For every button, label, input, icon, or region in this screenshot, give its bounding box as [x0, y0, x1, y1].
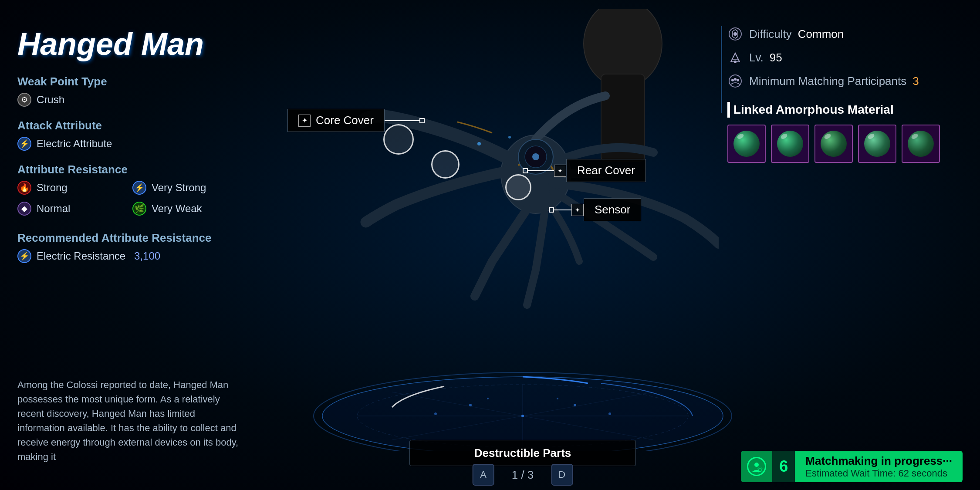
next-button[interactable]: D [551, 464, 573, 486]
boss-title: Hanged Man [17, 26, 244, 62]
difficulty-label: Difficulty [749, 27, 792, 41]
attack-attribute-section: Attack Attribute ⚡ Electric Attribute [17, 119, 244, 151]
resistance-normal: ◆ Normal [17, 202, 129, 216]
recommended-section: Recommended Attribute Resistance ⚡ Elect… [17, 231, 244, 263]
core-cover-box: ✦ Core Cover [287, 109, 385, 132]
participants-value: 3 [912, 74, 919, 88]
svg-point-23 [508, 136, 511, 139]
right-divider [721, 26, 722, 113]
strong-icon: 🔥 [17, 181, 31, 195]
material-item-2[interactable] [771, 125, 809, 163]
resistance-very-strong: ⚡ Very Strong [132, 181, 244, 195]
material-item-3[interactable] [814, 125, 853, 163]
normal-icon: ◆ [17, 202, 31, 216]
participants-row: Minimum Matching Participants 3 [727, 73, 963, 89]
matchmaking-text: Matchmaking in progress··· Estimated Wai… [795, 454, 963, 479]
svg-point-27 [729, 75, 741, 87]
normal-label: Normal [37, 203, 70, 215]
linked-section: Linked Amorphous Material [727, 102, 963, 163]
svg-point-30 [737, 79, 739, 81]
matchmaking-player-icon [747, 457, 766, 476]
recommended-label: Recommended Attribute Resistance [17, 231, 244, 245]
sensor-line [554, 210, 571, 210]
svg-point-25 [733, 32, 737, 36]
description-text: Among the Colossi reported to date, Hang… [17, 378, 244, 464]
weak-point-section: Weak Point Type ⚙ Crush [17, 75, 244, 107]
very-weak-label: Very Weak [152, 203, 202, 215]
rear-cover-star-icon: ✦ [554, 165, 566, 177]
arena-svg [305, 329, 740, 451]
prev-button[interactable]: A [473, 464, 494, 486]
nav-bar: A 1 / 3 D [473, 464, 573, 486]
weak-point-label: Weak Point Type [17, 75, 244, 88]
callout-sensor: ✦ Sensor [549, 198, 641, 221]
crush-icon: ⚙ [17, 93, 31, 107]
matchmaking-bar: 6 Matchmaking in progress··· Estimated W… [741, 451, 963, 482]
material-gem-2 [777, 131, 803, 157]
material-gem-4 [864, 131, 890, 157]
attribute-resistance-label: Attribute Resistance [17, 163, 244, 176]
strong-label: Strong [37, 182, 68, 194]
svg-point-8 [469, 404, 472, 406]
level-value: 95 [770, 51, 782, 64]
svg-point-10 [434, 412, 437, 415]
material-item-5[interactable] [902, 125, 940, 163]
attack-attribute-row: ⚡ Electric Attribute [17, 137, 244, 151]
recommended-row: ⚡ Electric Resistance 3,100 [17, 249, 244, 263]
recommended-value: Electric Resistance 3,100 [37, 250, 160, 262]
attack-attribute-value: Electric Attribute [37, 138, 112, 150]
difficulty-value: Common [798, 27, 844, 41]
weak-point-row: ⚙ Crush [17, 93, 244, 107]
very-weak-icon: 🌿 [132, 202, 146, 216]
sensor-star-icon: ✦ [571, 204, 584, 216]
recommended-electric-icon: ⚡ [17, 249, 31, 263]
resistance-grid: 🔥 Strong ⚡ Very Strong ◆ Normal 🌿 Very W… [17, 181, 244, 219]
callout-core-cover: ✦ Core Cover [287, 109, 425, 132]
svg-point-31 [754, 463, 759, 467]
material-item-1[interactable] [727, 125, 766, 163]
material-item-4[interactable] [858, 125, 896, 163]
level-row: Lv. 95 [727, 50, 963, 65]
material-gem-1 [733, 131, 760, 157]
resistance-strong: 🔥 Strong [17, 181, 129, 195]
core-cover-connector [419, 118, 425, 123]
linked-header: Linked Amorphous Material [727, 102, 963, 118]
level-icon [727, 50, 743, 65]
linked-title: Linked Amorphous Material [733, 103, 894, 117]
svg-point-22 [477, 142, 481, 145]
page-counter: 1 / 3 [512, 468, 534, 482]
matchmaking-title: Matchmaking in progress··· [805, 454, 952, 468]
matchmaking-number: 6 [772, 451, 795, 482]
sensor-connector [549, 207, 554, 213]
difficulty-icon [727, 26, 743, 42]
sensor-label: Sensor [595, 203, 630, 216]
participants-icon [727, 73, 743, 89]
next-label: D [558, 469, 565, 480]
callout-rear-cover: ✦ Rear Cover [523, 159, 646, 182]
resistance-very-weak: 🌿 Very Weak [132, 202, 244, 216]
svg-point-11 [608, 412, 611, 415]
right-panel: Difficulty Common Lv. 95 Minimum Matchin… [727, 26, 963, 163]
left-panel: Hanged Man Weak Point Type ⚙ Crush Attac… [17, 26, 244, 275]
difficulty-row: Difficulty Common [727, 26, 963, 42]
svg-point-13 [557, 398, 558, 399]
attribute-resistance-section: Attribute Resistance 🔥 Strong ⚡ Very Str… [17, 163, 244, 219]
svg-point-7 [521, 415, 524, 417]
description-box: Among the Colossi reported to date, Hang… [17, 378, 244, 464]
attack-attribute-label: Attack Attribute [17, 119, 244, 132]
core-cover-star-icon: ✦ [298, 115, 311, 127]
matchmaking-subtitle: Estimated Wait Time: 62 seconds [805, 468, 952, 479]
core-cover-label: Core Cover [316, 114, 374, 127]
very-strong-icon: ⚡ [132, 181, 146, 195]
circle-marker-rear [431, 150, 460, 179]
core-cover-line [385, 120, 419, 121]
svg-point-9 [574, 404, 576, 406]
material-grid [727, 125, 963, 163]
participants-label: Minimum Matching Participants [749, 74, 906, 88]
svg-point-26 [734, 61, 737, 63]
rear-cover-line [528, 170, 554, 171]
sensor-box: Sensor [584, 198, 641, 221]
rear-cover-box: Rear Cover [566, 159, 646, 182]
prev-label: A [480, 469, 487, 480]
electric-icon: ⚡ [17, 137, 31, 151]
